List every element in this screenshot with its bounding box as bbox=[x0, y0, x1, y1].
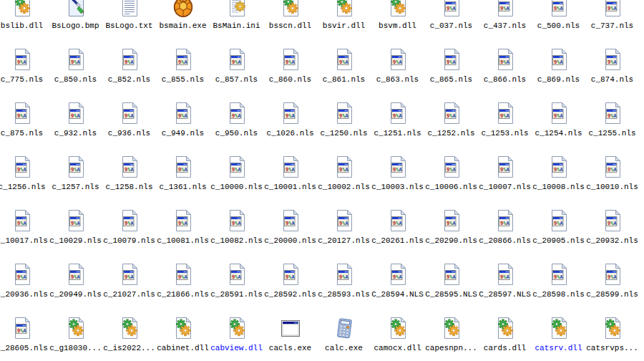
file-item[interactable]: 9%A c_20936.nls bbox=[0, 260, 49, 314]
file-item[interactable]: calc.exe bbox=[317, 314, 371, 361]
file-label[interactable]: c_21866.nls bbox=[157, 290, 209, 299]
file-label[interactable]: BsLogo.txt bbox=[105, 21, 152, 30]
file-icon-box[interactable]: 9%A bbox=[601, 102, 624, 125]
file-icon-box[interactable]: 9%A bbox=[601, 48, 624, 71]
file-item[interactable]: 9%A C_28594.NLS bbox=[371, 260, 424, 314]
file-item[interactable]: 9%A c_28593.nls bbox=[317, 260, 371, 314]
file-item[interactable]: 9%A c_500.nls bbox=[532, 0, 585, 45]
file-item[interactable]: cacls.exe bbox=[263, 314, 317, 361]
file-item[interactable]: 9%A c_10079.nls bbox=[102, 206, 156, 260]
file-item[interactable]: 9%A c_1257.nls bbox=[49, 153, 102, 206]
file-icon-box[interactable] bbox=[494, 317, 517, 340]
file-label[interactable]: c_20127.nls bbox=[318, 236, 370, 245]
file-icon-box[interactable]: 9%A bbox=[225, 102, 248, 125]
file-item[interactable]: 9%A c_869.nls bbox=[532, 45, 585, 99]
file-label[interactable]: c_1361.nls bbox=[159, 183, 206, 191]
file-icon-box[interactable]: 9%A bbox=[11, 155, 34, 178]
file-label[interactable]: capesnpn... bbox=[425, 344, 477, 352]
file-item[interactable]: bsvm.dll bbox=[371, 0, 424, 45]
file-icon-box[interactable]: 9%A bbox=[11, 263, 34, 286]
file-item[interactable]: 9%A c_775.nls bbox=[0, 45, 49, 99]
file-icon-box[interactable]: 9%A bbox=[11, 48, 34, 71]
file-label[interactable]: c_1252.nls bbox=[427, 129, 474, 138]
file-icon-box[interactable]: 9%A bbox=[333, 102, 356, 125]
file-item[interactable]: 9%A c_950.nls bbox=[210, 99, 263, 153]
file-icon-box[interactable]: 9%A bbox=[279, 102, 302, 125]
file-label[interactable]: cabinet.dll bbox=[157, 344, 209, 352]
file-item[interactable]: 9%A c_10081.nls bbox=[156, 206, 210, 260]
file-label[interactable]: c_949.nls bbox=[162, 129, 204, 138]
file-label[interactable]: c_875.nls bbox=[1, 129, 43, 138]
file-item[interactable]: BsMain.ini bbox=[210, 0, 263, 45]
file-label[interactable]: c_1251.nls bbox=[374, 129, 421, 138]
file-item[interactable]: 9%A c_28599.nls bbox=[585, 260, 639, 314]
file-item[interactable]: 9%A c_037.nls bbox=[424, 0, 478, 45]
file-label[interactable]: C_28595.NLS bbox=[425, 290, 477, 299]
file-icon-box[interactable] bbox=[172, 0, 195, 17]
file-label[interactable]: bsvm.dll bbox=[379, 21, 416, 30]
file-label[interactable]: calc.exe bbox=[325, 344, 363, 352]
file-label[interactable]: c_500.nls bbox=[537, 21, 580, 30]
file-item[interactable]: 9%A c_20949.nls bbox=[49, 260, 102, 314]
file-icon-box[interactable] bbox=[225, 0, 248, 17]
file-label[interactable]: c_10010.nls bbox=[586, 183, 638, 191]
file-icon-box[interactable]: 9%A bbox=[440, 0, 463, 17]
file-icon-box[interactable]: 9%A bbox=[172, 209, 195, 232]
file-item[interactable]: 9%A c_865.nls bbox=[424, 45, 478, 99]
file-icon-box[interactable] bbox=[64, 317, 87, 340]
file-icon-box[interactable]: 9%A bbox=[333, 209, 356, 232]
file-item[interactable]: c_is2022... bbox=[102, 314, 156, 361]
file-icon-box[interactable]: 9%A bbox=[64, 263, 87, 286]
file-icon-box[interactable]: 9%A bbox=[118, 155, 141, 178]
file-item[interactable]: 9%A c_21027.nls bbox=[102, 260, 156, 314]
file-icon-box[interactable]: 9%A bbox=[225, 155, 248, 178]
file-icon-box[interactable]: 9%A bbox=[494, 0, 517, 17]
file-icon-box[interactable] bbox=[279, 0, 302, 17]
file-icon-box[interactable]: 9%A bbox=[64, 155, 87, 178]
file-item[interactable]: 9%A c_1250.nls bbox=[317, 99, 371, 153]
file-item[interactable]: 9%A c_20127.nls bbox=[317, 206, 371, 260]
file-label[interactable]: c_869.nls bbox=[537, 75, 580, 84]
file-icon-box[interactable]: 9%A bbox=[172, 102, 195, 125]
file-item[interactable]: 9%A c_1256.nls bbox=[0, 153, 49, 206]
file-label[interactable]: bsvir.dll bbox=[323, 21, 365, 30]
file-item[interactable]: 9%A c_10017.nls bbox=[0, 206, 49, 260]
file-label[interactable]: c_g18030... bbox=[49, 344, 102, 352]
file-icon-box[interactable] bbox=[64, 0, 87, 17]
file-item[interactable]: 9%A c_860.nls bbox=[263, 45, 317, 99]
file-label[interactable]: c_10082.nls bbox=[210, 236, 263, 245]
file-item[interactable]: 9%A c_1255.nls bbox=[585, 99, 639, 153]
file-item[interactable]: 9%A c_10003.nls bbox=[371, 153, 424, 206]
file-icon-box[interactable] bbox=[118, 317, 141, 340]
file-label[interactable]: bslib.dll bbox=[1, 21, 43, 30]
file-item[interactable]: 9%A c_855.nls bbox=[156, 45, 210, 99]
file-label[interactable]: c_863.nls bbox=[376, 75, 419, 84]
file-item[interactable]: 9%A c_863.nls bbox=[371, 45, 424, 99]
file-icon-box[interactable]: 9%A bbox=[118, 48, 141, 71]
file-item[interactable]: 9%A c_28591.nls bbox=[210, 260, 263, 314]
file-icon-box[interactable]: 9%A bbox=[494, 102, 517, 125]
file-label[interactable]: cards.dll bbox=[484, 344, 526, 352]
file-item[interactable]: 9%A c_857.nls bbox=[210, 45, 263, 99]
file-icon-box[interactable]: 9%A bbox=[225, 263, 248, 286]
file-item[interactable]: BsLogo.bmp bbox=[49, 0, 102, 45]
file-label[interactable]: c_10000.nls bbox=[210, 183, 263, 191]
file-icon-box[interactable]: 9%A bbox=[601, 209, 624, 232]
file-item[interactable]: cabinet.dll bbox=[156, 314, 210, 361]
file-item[interactable]: 9%A c_20290.nls bbox=[424, 206, 478, 260]
file-label[interactable]: c_10079.nls bbox=[103, 236, 155, 245]
file-item[interactable]: BsLogo.txt bbox=[102, 0, 156, 45]
file-item[interactable]: 9%A c_10006.nls bbox=[424, 153, 478, 206]
file-label[interactable]: c_20932.nls bbox=[586, 236, 638, 245]
file-label[interactable]: c_865.nls bbox=[430, 75, 472, 84]
file-icon-box[interactable]: 9%A bbox=[64, 209, 87, 232]
file-icon-box[interactable] bbox=[225, 317, 248, 340]
file-item[interactable]: 9%A c_1258.nls bbox=[102, 153, 156, 206]
file-label[interactable]: c_28593.nls bbox=[318, 290, 370, 299]
file-icon-box[interactable]: 9%A bbox=[494, 155, 517, 178]
file-item[interactable]: 9%A c_1026.nls bbox=[263, 99, 317, 153]
file-label[interactable]: c_936.nls bbox=[108, 129, 150, 138]
file-item[interactable]: 9%A c_10000.nls bbox=[210, 153, 263, 206]
file-icon-box[interactable]: 9%A bbox=[547, 263, 570, 286]
file-label[interactable]: c_1253.nls bbox=[481, 129, 528, 138]
